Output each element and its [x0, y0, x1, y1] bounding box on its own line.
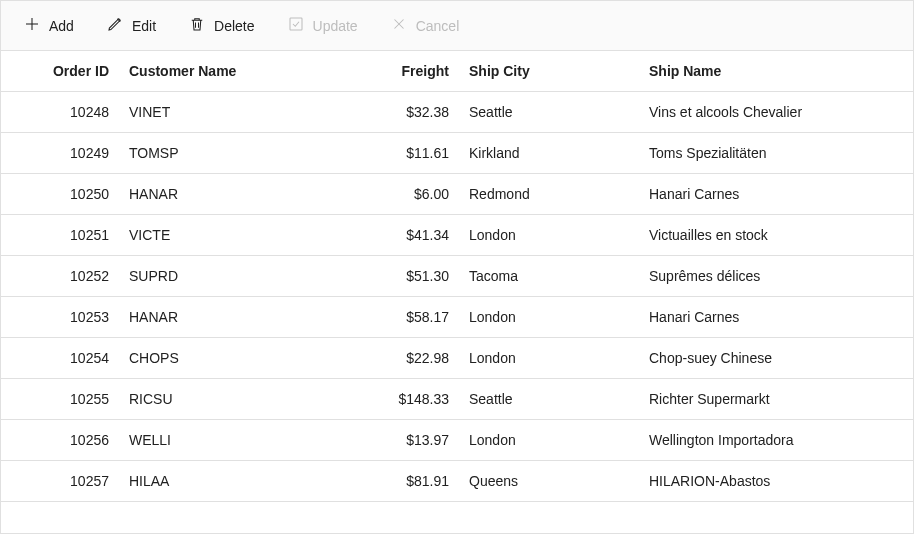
cell-shipname: Toms Spezialitäten — [641, 133, 871, 173]
column-header-shipname[interactable]: Ship Name — [641, 51, 871, 91]
cell-customer: CHOPS — [121, 338, 321, 378]
column-header-row: Order ID Customer Name Freight Ship City… — [1, 51, 913, 92]
cell-freight: $81.91 — [321, 461, 461, 501]
plus-icon — [23, 15, 41, 36]
add-label: Add — [49, 18, 74, 34]
cell-orderid: 10254 — [1, 338, 121, 378]
update-label: Update — [313, 18, 358, 34]
cell-shipname: Richter Supermarkt — [641, 379, 871, 419]
table-row[interactable]: 10256WELLI$13.97LondonWellington Importa… — [1, 420, 913, 461]
column-header-shipcity[interactable]: Ship City — [461, 51, 641, 91]
cell-shipname: Suprêmes délices — [641, 256, 871, 296]
cell-freight: $148.33 — [321, 379, 461, 419]
data-grid: Add Edit Delete Update Cancel — [0, 0, 914, 534]
cell-orderid: 10252 — [1, 256, 121, 296]
svg-rect-5 — [290, 18, 302, 30]
cell-customer: TOMSP — [121, 133, 321, 173]
table-row[interactable]: 10252SUPRD$51.30TacomaSuprêmes délices — [1, 256, 913, 297]
close-icon — [390, 15, 408, 36]
cell-freight: $22.98 — [321, 338, 461, 378]
cell-shipname: Vins et alcools Chevalier — [641, 92, 871, 132]
cell-orderid: 10250 — [1, 174, 121, 214]
table-row[interactable]: 10253HANAR$58.17LondonHanari Carnes — [1, 297, 913, 338]
edit-button[interactable]: Edit — [92, 9, 170, 42]
toolbar: Add Edit Delete Update Cancel — [1, 1, 913, 51]
cell-shipcity: London — [461, 420, 641, 460]
cancel-button[interactable]: Cancel — [376, 9, 474, 42]
table-row[interactable]: 10251VICTE$41.34LondonVictuailles en sto… — [1, 215, 913, 256]
cell-freight: $41.34 — [321, 215, 461, 255]
check-save-icon — [287, 15, 305, 36]
table-row[interactable]: 10250HANAR$6.00RedmondHanari Carnes — [1, 174, 913, 215]
cell-customer: RICSU — [121, 379, 321, 419]
column-header-freight[interactable]: Freight — [321, 51, 461, 91]
cell-freight: $11.61 — [321, 133, 461, 173]
cell-customer: SUPRD — [121, 256, 321, 296]
pencil-icon — [106, 15, 124, 36]
cell-shipcity: London — [461, 297, 641, 337]
cell-customer: VICTE — [121, 215, 321, 255]
table-row[interactable]: 10254CHOPS$22.98LondonChop-suey Chinese — [1, 338, 913, 379]
cell-shipcity: Kirkland — [461, 133, 641, 173]
cell-orderid: 10257 — [1, 461, 121, 501]
cell-shipcity: Tacoma — [461, 256, 641, 296]
cell-customer: WELLI — [121, 420, 321, 460]
cell-orderid: 10255 — [1, 379, 121, 419]
cell-shipcity: Seattle — [461, 92, 641, 132]
table-row[interactable]: 10255RICSU$148.33SeattleRichter Supermar… — [1, 379, 913, 420]
add-button[interactable]: Add — [9, 9, 88, 42]
delete-button[interactable]: Delete — [174, 9, 268, 42]
cancel-label: Cancel — [416, 18, 460, 34]
column-header-customer[interactable]: Customer Name — [121, 51, 321, 91]
cell-freight: $6.00 — [321, 174, 461, 214]
cell-shipname: Hanari Carnes — [641, 174, 871, 214]
cell-shipname: Wellington Importadora — [641, 420, 871, 460]
cell-shipcity: Queens — [461, 461, 641, 501]
cell-shipname: HILARION-Abastos — [641, 461, 871, 501]
trash-icon — [188, 15, 206, 36]
table-row[interactable]: 10249TOMSP$11.61KirklandToms Spezialität… — [1, 133, 913, 174]
cell-shipcity: Seattle — [461, 379, 641, 419]
cell-shipcity: Redmond — [461, 174, 641, 214]
edit-label: Edit — [132, 18, 156, 34]
cell-orderid: 10249 — [1, 133, 121, 173]
update-button[interactable]: Update — [273, 9, 372, 42]
cell-orderid: 10256 — [1, 420, 121, 460]
cell-shipname: Chop-suey Chinese — [641, 338, 871, 378]
grid-body[interactable]: 10248VINET$32.38SeattleVins et alcools C… — [1, 92, 913, 533]
cell-orderid: 10251 — [1, 215, 121, 255]
delete-label: Delete — [214, 18, 254, 34]
cell-customer: HANAR — [121, 297, 321, 337]
cell-shipcity: London — [461, 215, 641, 255]
cell-freight: $51.30 — [321, 256, 461, 296]
cell-customer: HILAA — [121, 461, 321, 501]
cell-freight: $32.38 — [321, 92, 461, 132]
cell-customer: HANAR — [121, 174, 321, 214]
cell-customer: VINET — [121, 92, 321, 132]
cell-orderid: 10248 — [1, 92, 121, 132]
table-row[interactable]: 10248VINET$32.38SeattleVins et alcools C… — [1, 92, 913, 133]
cell-freight: $58.17 — [321, 297, 461, 337]
cell-orderid: 10253 — [1, 297, 121, 337]
cell-shipcity: London — [461, 338, 641, 378]
column-header-orderid[interactable]: Order ID — [1, 51, 121, 91]
cell-shipname: Victuailles en stock — [641, 215, 871, 255]
table-row[interactable]: 10257HILAA$81.91QueensHILARION-Abastos — [1, 461, 913, 502]
cell-shipname: Hanari Carnes — [641, 297, 871, 337]
cell-freight: $13.97 — [321, 420, 461, 460]
